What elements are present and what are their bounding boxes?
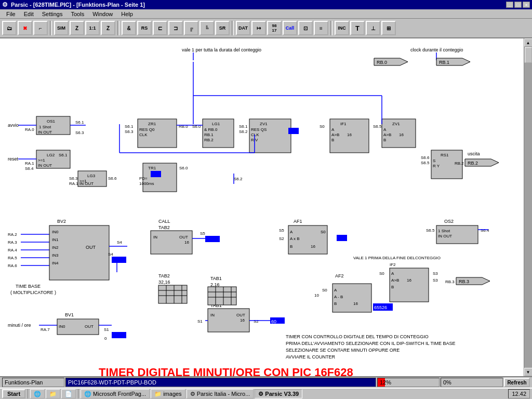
taskbar-folder[interactable]: 📁 [46,389,60,398]
svg-text:BV2: BV2 [57,219,66,224]
close-button[interactable]: × [523,2,530,8]
svg-text:B: B [334,301,337,306]
svg-text:AF2: AF2 [335,273,344,278]
toolbar-b8[interactable]: ⊞ [381,21,396,35]
minimize-button[interactable]: _ [506,2,513,8]
svg-text:OS1: OS1 [47,119,56,124]
toolbar-b2[interactable]: ⊐ [168,21,183,35]
scroll-down-button[interactable]: ▼ [524,368,533,376]
menu-help[interactable]: Help [117,11,137,17]
toolbar-sim[interactable]: SIM [54,21,69,35]
taskbar-clock: 12.42 [508,389,530,398]
scrollbar-right[interactable]: ▲ ▼ [524,38,532,376]
taskbar-separator [28,389,28,398]
taskbar-parsic-italia[interactable]: ⚙ Parsic Italia - Micro... [187,389,254,398]
toolbar-inc[interactable]: INC [335,21,349,35]
taskbar-unknown[interactable]: 📄 [61,389,76,398]
svg-text:TAB2: TAB2 [158,225,170,230]
taskbar-frontpage-icon: 🌐 [84,391,91,397]
svg-text:OUT: OUT [179,235,188,240]
svg-text:16: 16 [311,244,315,249]
svg-text:S6.3: S6.3 [75,130,84,135]
svg-text:OUT: OUT [86,245,96,250]
svg-text:TIMER DIGITALE MINUTI/ORE CON : TIMER DIGITALE MINUTI/ORE CON PIC 16F628 [99,366,353,376]
taskbar-images-label: images [163,391,181,397]
toolbar-t[interactable]: T [350,21,365,35]
menu-window[interactable]: Window [88,11,117,17]
circuit-canvas[interactable]: vale 1 per tutta la durata del conteggio… [0,38,524,376]
toolbar-call[interactable]: Call [283,21,297,35]
svg-text:S0: S0 [321,230,326,234]
svg-rect-138 [337,235,347,241]
svg-text:16: 16 [353,301,358,306]
scroll-thumb[interactable] [525,47,532,63]
toolbar-counter[interactable]: ↦ [251,21,266,35]
svg-text:LG1: LG1 [212,122,220,126]
toolbar-b1[interactable]: ⊏ [153,21,167,35]
toolbar-dat[interactable]: DAT [236,21,250,35]
menu-edit[interactable]: Edit [20,11,38,17]
toolbar-and[interactable]: & [122,21,136,35]
toolbar-angle[interactable]: ⌐ [33,21,48,35]
svg-text:A>B: A>B [383,132,391,137]
toolbar-open[interactable]: 🗂 [2,21,17,35]
toolbar-b3[interactable]: ╔ [184,21,198,35]
svg-text:S6.4: S6.4 [481,228,489,233]
taskbar-images[interactable]: 📁 images [151,389,185,398]
toolbar-sr[interactable]: SR [215,21,230,35]
toolbar-b5[interactable]: ⊡ [298,21,313,35]
toolbar-9817[interactable]: 9817 [267,21,282,35]
start-button[interactable]: Start [2,389,25,398]
svg-text:RA.0: RA.0 [25,127,34,132]
menu-tools[interactable]: Tools [66,11,88,17]
svg-text:A: A [331,127,335,132]
svg-rect-177 [208,287,236,305]
svg-text:S6.5: S6.5 [373,124,382,129]
svg-text:B: B [391,285,394,289]
svg-text:IN    OUT: IN OUT [438,234,452,238]
scroll-up-button[interactable]: ▲ [524,38,533,47]
toolbar-b4[interactable]: ╚ [200,21,214,35]
toolbar-z1[interactable]: Z [70,21,84,35]
menu-file[interactable]: File [2,11,20,17]
toolbar-sep1 [50,21,52,35]
svg-text:AF1: AF1 [294,219,302,224]
svg-text:AVVIARE IL COUNTER: AVVIARE IL COUNTER [286,354,336,360]
svg-text:SELEZIONARE SE CONTARE MINUTI : SELEZIONARE SE CONTARE MINUTI OPPURE ORE [286,348,400,353]
svg-text:RA.6: RA.6 [8,263,17,268]
toolbar-z2[interactable]: Z [101,21,115,35]
toolbar-sep2 [117,21,119,35]
refresh-button[interactable]: Refresh [504,378,530,387]
svg-text:PD=: PD= [139,176,148,181]
taskbar-parsic-v3-label: Parsic V3.39 [265,391,299,397]
svg-text:S2: S2 [279,236,284,241]
taskbar-parsic-v3[interactable]: ⚙ Parsic V3.39 [255,389,302,398]
toolbar-b7[interactable]: ⊥ [366,21,380,35]
svg-text:OS2: OS2 [444,219,454,224]
svg-text:RA.3: RA.3 [8,240,17,245]
taskbar-parsic-italia-label: Parsic Italia - Micro... [197,391,250,397]
svg-text:RA.7: RA.7 [41,327,50,332]
svg-rect-64 [288,128,299,134]
scroll-track[interactable] [524,47,532,368]
svg-text:0: 0 [104,336,107,341]
toolbar-b6[interactable]: ≡ [314,21,328,35]
titlebar-controls[interactable]: _ □ × [506,2,530,8]
main-area: vale 1 per tutta la durata del conteggio… [0,38,532,376]
maximize-button[interactable]: □ [514,2,522,8]
toolbar-rs[interactable]: RS [137,21,152,35]
svg-text:A>B: A>B [331,132,339,137]
taskbar-frontpage[interactable]: 🌐 Microsoft FrontPag... [81,389,150,398]
svg-text:IN: IN [210,313,215,317]
taskbar-ie[interactable]: 🌐 [30,389,45,398]
svg-text:IF1: IF1 [340,122,347,126]
svg-text:S6.1: S6.1 [59,153,68,157]
toolbar-11[interactable]: 1:1 [85,21,100,35]
svg-text:RA.4: RA.4 [8,248,17,252]
svg-text:S4: S4 [117,240,122,245]
svg-text:IN  OUT: IN OUT [79,181,94,186]
svg-text:1000ms: 1000ms [139,181,154,186]
menu-settings[interactable]: Settings [38,11,67,17]
toolbar-cut[interactable]: ✖ [18,21,32,35]
svg-text:RA.1: RA.1 [69,181,78,186]
